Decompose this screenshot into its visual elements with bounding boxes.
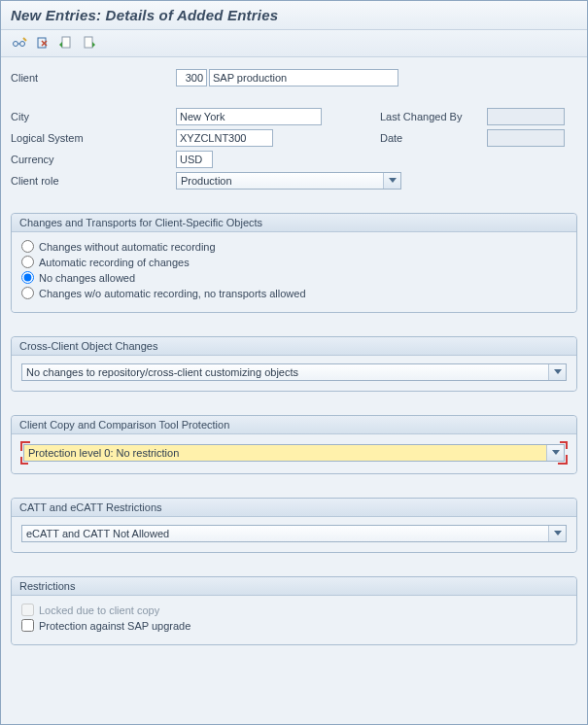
group-cross-header: Cross-Client Object Changes bbox=[12, 337, 576, 356]
logical-system-label: Logical System bbox=[11, 132, 176, 144]
radio-opt1-label: Changes without automatic recording bbox=[39, 241, 216, 253]
group-client-copy: Client Copy and Comparison Tool Protecti… bbox=[11, 415, 577, 474]
date-label: Date bbox=[380, 132, 487, 144]
check-upgrade-input[interactable] bbox=[21, 619, 34, 632]
group-restrictions-header: Restrictions bbox=[12, 577, 576, 596]
svg-point-0 bbox=[14, 42, 18, 47]
protection-level-select[interactable]: Protection level 0: No restriction bbox=[23, 444, 565, 462]
glasses-pencil-icon bbox=[12, 36, 27, 50]
delimit-icon bbox=[36, 36, 50, 50]
radio-opt4-label: Changes w/o automatic recording, no tran… bbox=[39, 288, 306, 299]
radio-opt1[interactable]: Changes without automatic recording bbox=[21, 240, 567, 253]
page-title: New Entries: Details of Added Entries bbox=[11, 7, 577, 23]
group-catt-header: CATT and eCATT Restrictions bbox=[12, 499, 576, 517]
radio-opt2-input[interactable] bbox=[21, 256, 34, 268]
page-arrow-icon bbox=[59, 36, 73, 50]
protection-level-value: Protection level 0: No restriction bbox=[28, 447, 179, 459]
radio-opt3-input[interactable] bbox=[21, 271, 34, 284]
city-label: City bbox=[11, 111, 176, 122]
cross-client-value: No changes to repository/cross-client cu… bbox=[26, 366, 298, 378]
radio-opt3[interactable]: No changes allowed bbox=[21, 271, 567, 284]
client-role-label: Client role bbox=[11, 175, 176, 187]
radio-opt2-label: Automatic recording of changes bbox=[39, 257, 190, 268]
cross-client-select[interactable]: No changes to repository/cross-client cu… bbox=[21, 363, 567, 381]
check-locked: Locked due to client copy bbox=[21, 604, 567, 616]
client-role-value: Production bbox=[181, 175, 232, 187]
check-locked-label: Locked due to client copy bbox=[39, 604, 159, 616]
date-field bbox=[487, 129, 565, 147]
protection-highlight: Protection level 0: No restriction bbox=[21, 442, 567, 464]
radio-opt1-input[interactable] bbox=[21, 240, 34, 253]
radio-opt4-input[interactable] bbox=[21, 287, 34, 299]
page-arrow-right-icon bbox=[83, 36, 96, 50]
radio-opt4[interactable]: Changes w/o automatic recording, no tran… bbox=[21, 287, 567, 299]
client-role-select[interactable]: Production bbox=[176, 172, 401, 190]
group-catt: CATT and eCATT Restrictions eCATT and CA… bbox=[11, 498, 577, 553]
previous-entry-button[interactable] bbox=[57, 34, 75, 52]
toolbar bbox=[1, 30, 587, 57]
group-changes-header: Changes and Transports for Client-Specif… bbox=[12, 214, 576, 232]
chevron-down-icon bbox=[546, 445, 564, 461]
chevron-down-icon bbox=[548, 526, 566, 541]
chevron-down-icon bbox=[548, 364, 566, 380]
client-name-input[interactable] bbox=[209, 69, 398, 86]
radio-opt2[interactable]: Automatic recording of changes bbox=[21, 256, 567, 268]
chevron-down-icon bbox=[383, 173, 400, 189]
group-cross-client: Cross-Client Object Changes No changes t… bbox=[11, 336, 577, 392]
currency-label: Currency bbox=[11, 154, 176, 165]
radio-opt3-label: No changes allowed bbox=[39, 272, 135, 284]
sap-window: New Entries: Details of Added Entries bbox=[0, 0, 588, 725]
svg-rect-8 bbox=[85, 37, 92, 48]
svg-line-3 bbox=[23, 38, 26, 41]
catt-select[interactable]: eCATT and CATT Not Allowed bbox=[21, 525, 567, 542]
group-copy-header: Client Copy and Comparison Tool Protecti… bbox=[12, 416, 576, 434]
check-upgrade[interactable]: Protection against SAP upgrade bbox=[21, 619, 567, 632]
toggle-display-change-button[interactable] bbox=[11, 34, 28, 52]
group-changes-transports: Changes and Transports for Client-Specif… bbox=[11, 213, 577, 313]
group-restrictions: Restrictions Locked due to client copy P… bbox=[11, 576, 577, 645]
last-changed-by-field bbox=[487, 108, 565, 125]
client-number-input[interactable] bbox=[176, 69, 207, 86]
check-locked-input bbox=[21, 604, 34, 616]
currency-input[interactable] bbox=[176, 151, 213, 168]
client-label: Client bbox=[11, 72, 176, 84]
next-entry-button[interactable] bbox=[81, 34, 98, 52]
logical-system-input[interactable] bbox=[176, 129, 273, 147]
catt-value: eCATT and CATT Not Allowed bbox=[26, 528, 169, 539]
check-upgrade-label: Protection against SAP upgrade bbox=[39, 620, 190, 632]
delimit-button[interactable] bbox=[34, 34, 52, 52]
content-area: Client City Last Changed By Logical Syst… bbox=[1, 57, 587, 661]
title-bar: New Entries: Details of Added Entries bbox=[1, 1, 587, 30]
svg-rect-7 bbox=[62, 37, 70, 48]
last-changed-by-label: Last Changed By bbox=[380, 111, 487, 122]
city-input[interactable] bbox=[176, 108, 322, 125]
svg-point-1 bbox=[20, 42, 25, 47]
